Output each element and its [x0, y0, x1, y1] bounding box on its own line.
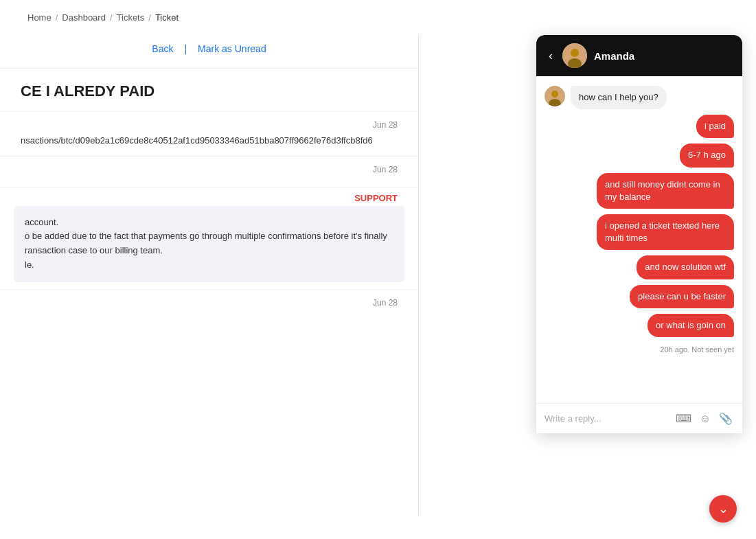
- agent-avatar-sm-1: [545, 86, 565, 106]
- support-label: SUPPORT: [0, 187, 418, 206]
- keyboard-icon-button[interactable]: ⌨: [674, 411, 693, 426]
- chat-message-4: and still money didnt come in my balance: [545, 173, 734, 209]
- chat-message-7: please can u be faster: [545, 285, 734, 308]
- breadcrumb-dashboard[interactable]: Dashboard: [62, 12, 106, 23]
- left-panel: Back | Mark as Unread CE I ALREDY PAID J…: [0, 35, 419, 516]
- chat-window: ‹ Amanda ho: [536, 35, 742, 433]
- ticket-entry-1: Jun 28 nsactions/btc/d09eb2a1c69cde8c405…: [0, 111, 418, 156]
- user-bubble-6: please can u be faster: [630, 285, 734, 308]
- ticket-actions: Back | Mark as Unread: [0, 35, 418, 69]
- support-reply-line1: account.: [25, 217, 58, 227]
- back-link[interactable]: Back: [152, 43, 173, 54]
- ticket-entry-3-date: Jun 28: [21, 298, 398, 308]
- chat-reply-input[interactable]: [545, 413, 669, 424]
- user-bubble-5: and now solution wtf: [637, 255, 734, 279]
- ticket-entry-2-date: Jun 28: [21, 165, 398, 174]
- ticket-title: CE I ALREDY PAID: [0, 69, 418, 111]
- main-layout: Back | Mark as Unread CE I ALREDY PAID J…: [0, 35, 756, 516]
- support-reply-line4: le.: [25, 260, 34, 270]
- ticket-entry-1-date: Jun 28: [21, 120, 398, 130]
- chat-agent-name: Amanda: [594, 50, 634, 62]
- breadcrumb-current: Ticket: [155, 12, 179, 23]
- svg-point-1: [571, 49, 579, 57]
- mark-unread-link[interactable]: Mark as Unread: [198, 43, 266, 54]
- ticket-entry-1-content: nsactions/btc/d09eb2a1c69cde8c40512af1cd…: [21, 134, 398, 148]
- user-bubble-7: or what is goin on: [648, 314, 734, 337]
- ticket-entry-2: Jun 28: [0, 156, 418, 187]
- chat-agent-avatar: [562, 43, 587, 68]
- breadcrumb: Home / Dashboard / Tickets / Ticket: [0, 0, 756, 35]
- support-reply-line3: ransaction case to our billing team.: [25, 245, 163, 255]
- breadcrumb-home[interactable]: Home: [27, 12, 51, 23]
- attachment-icon-button[interactable]: 📎: [718, 411, 734, 426]
- chat-message-6: and now solution wtf: [545, 255, 734, 279]
- chat-timestamp: 20h ago. Not seen yet: [545, 345, 734, 354]
- chat-message-2: i paid: [545, 115, 734, 138]
- chat-input-area: ⌨ ☺ 📎: [536, 403, 742, 433]
- breadcrumb-sep-3: /: [148, 12, 151, 23]
- user-bubble-1: i paid: [696, 115, 734, 138]
- chat-messages: how can I help you? i paid 6-7 h ago and…: [536, 76, 742, 403]
- chat-message-8: or what is goin on: [545, 314, 734, 337]
- keyboard-icon: ⌨: [676, 413, 691, 424]
- chat-header: ‹ Amanda: [536, 35, 742, 76]
- chat-back-button[interactable]: ‹: [546, 49, 555, 63]
- chat-message-3: 6-7 h ago: [545, 144, 734, 167]
- attachment-icon: 📎: [719, 413, 733, 424]
- breadcrumb-sep-2: /: [110, 12, 113, 23]
- chat-message-5: i opened a ticket ttexted here multi tim…: [545, 214, 734, 250]
- support-reply: account. o be added due to the fact that…: [14, 206, 404, 282]
- breadcrumb-tickets[interactable]: Tickets: [117, 12, 145, 23]
- chevron-down-icon: ⌄: [718, 501, 729, 516]
- ticket-entry-3: Jun 28: [0, 289, 418, 320]
- actions-separator: |: [184, 43, 187, 54]
- support-reply-line2: o be added due to the fact that payments…: [25, 231, 387, 241]
- user-bubble-2: 6-7 h ago: [680, 144, 734, 167]
- emoji-icon-button[interactable]: ☺: [698, 411, 712, 426]
- breadcrumb-sep-1: /: [56, 12, 58, 23]
- user-bubble-3: and still money didnt come in my balance: [597, 173, 734, 209]
- user-bubble-4: i opened a ticket ttexted here multi tim…: [597, 214, 734, 250]
- agent-bubble-1: how can I help you?: [571, 86, 667, 109]
- emoji-icon: ☺: [700, 413, 711, 424]
- svg-point-4: [551, 91, 558, 98]
- chat-message-1: how can I help you?: [545, 86, 734, 109]
